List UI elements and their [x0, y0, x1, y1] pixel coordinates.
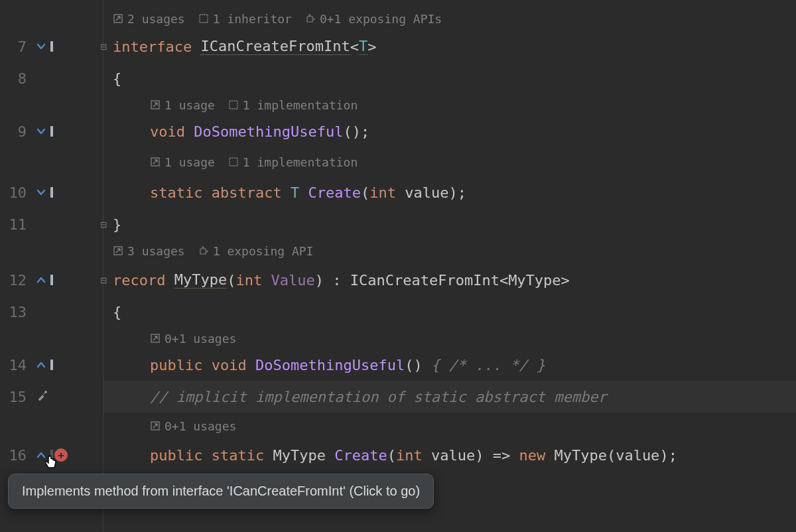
- usages-icon: [150, 333, 161, 344]
- line-number: 15: [0, 389, 29, 405]
- keyword-void: void: [150, 123, 185, 140]
- implements-up-icon[interactable]: [36, 275, 46, 285]
- keyword-abstract: abstract: [212, 184, 282, 201]
- usages-lens[interactable]: 2 usages: [113, 12, 185, 26]
- param-name[interactable]: value: [405, 184, 448, 201]
- method-decl[interactable]: DoSomethingUseful: [194, 123, 343, 140]
- puzzle-icon: [198, 245, 209, 256]
- svg-rect-1: [200, 15, 208, 23]
- implementation-lens[interactable]: 1 implementation: [228, 155, 358, 169]
- svg-rect-5: [230, 158, 237, 166]
- line-number: 13: [0, 304, 29, 320]
- keyword-interface: interface: [113, 38, 192, 55]
- return-type[interactable]: MyType: [273, 447, 325, 464]
- line-number: 11: [0, 216, 29, 233]
- fold-handle[interactable]: ⊟: [98, 275, 109, 285]
- close-brace: }: [113, 216, 121, 233]
- breakpoint-add-icon[interactable]: +: [54, 448, 68, 462]
- line-number: 9: [0, 123, 29, 140]
- line-number: 7: [0, 38, 29, 55]
- fold-handle[interactable]: ⊟: [98, 41, 109, 52]
- inheritor-icon: [198, 13, 209, 24]
- implements-up-icon[interactable]: [36, 360, 46, 370]
- line-number: 10: [0, 184, 29, 201]
- method-mark-icon: [50, 41, 53, 52]
- method-mark-icon: [50, 126, 53, 137]
- record-field[interactable]: Value: [271, 272, 314, 289]
- exposing-api-lens[interactable]: 1 exposing API: [198, 244, 314, 258]
- method-impl[interactable]: Create: [334, 447, 387, 464]
- line-number: 14: [0, 357, 29, 373]
- type-arg[interactable]: MyType: [508, 272, 561, 289]
- method-decl[interactable]: Create: [308, 184, 360, 201]
- keyword-new: new: [519, 447, 545, 464]
- impl-icon: [228, 100, 239, 110]
- usages-lens[interactable]: 3 usages: [113, 244, 185, 258]
- line-number: 8: [0, 70, 29, 87]
- usages-icon: [150, 100, 161, 110]
- usages-icon: [113, 13, 123, 24]
- editor-root: 7 8 9 10: [0, 0, 796, 532]
- return-type[interactable]: T: [291, 184, 299, 201]
- open-brace: {: [113, 70, 121, 87]
- code-area[interactable]: 2 usages 1 inheritor 0+1 exposing APIs ⊟…: [103, 0, 796, 532]
- line-number: 16: [0, 447, 29, 464]
- base-type[interactable]: ICanCreateFromInt: [350, 272, 499, 289]
- puzzle-icon: [305, 13, 316, 24]
- method-mark-icon: [50, 275, 53, 285]
- implementing-down-icon[interactable]: [36, 126, 46, 137]
- tooltip-text: Implements method from interface 'ICanCr…: [22, 484, 420, 498]
- gutter-tooltip[interactable]: Implements method from interface 'ICanCr…: [8, 474, 434, 509]
- inheritor-lens[interactable]: 1 inheritor: [198, 12, 292, 26]
- method-mark-icon: [50, 360, 53, 370]
- keyword-public: public: [150, 357, 202, 373]
- exposing-api-lens[interactable]: 0+1 exposing APIs: [305, 12, 442, 26]
- usages-lens[interactable]: 1 usage: [150, 155, 215, 169]
- fold-handle[interactable]: ⊟: [98, 219, 109, 230]
- gutter: 7 8 9 10: [0, 0, 103, 532]
- inline-body: { /* ... */ }: [423, 357, 545, 373]
- usages-lens[interactable]: 1 usage: [150, 98, 215, 112]
- current-line[interactable]: // implicit implementation of static abs…: [103, 381, 796, 413]
- type-parameter[interactable]: T: [359, 38, 367, 55]
- keyword-static: static: [150, 184, 202, 201]
- impl-icon: [228, 157, 239, 167]
- keyword-record: record: [113, 272, 165, 289]
- param-type: int: [369, 184, 396, 201]
- implementing-down-icon[interactable]: [36, 187, 46, 198]
- implementation-lens[interactable]: 1 implementation: [228, 98, 358, 112]
- usages-lens[interactable]: 0+1 usages: [150, 332, 236, 346]
- record-name[interactable]: MyType: [174, 271, 227, 289]
- comment: // implicit implementation of static abs…: [150, 389, 607, 405]
- implements-up-icon[interactable]: [36, 450, 46, 460]
- hammer-icon[interactable]: [36, 389, 49, 405]
- line-number: 12: [0, 272, 29, 289]
- usages-icon: [113, 245, 123, 256]
- interface-name[interactable]: ICanCreateFromInt: [200, 38, 350, 55]
- usages-icon: [150, 421, 161, 431]
- method-mark-icon: [50, 187, 53, 198]
- method-mark-icon: [50, 450, 53, 460]
- svg-rect-3: [230, 101, 237, 109]
- implementing-down-icon[interactable]: [36, 41, 46, 52]
- usages-lens[interactable]: 0+1 usages: [150, 419, 236, 433]
- method-impl[interactable]: DoSomethingUseful: [255, 357, 405, 373]
- open-brace: {: [113, 304, 121, 320]
- usages-icon: [150, 157, 161, 167]
